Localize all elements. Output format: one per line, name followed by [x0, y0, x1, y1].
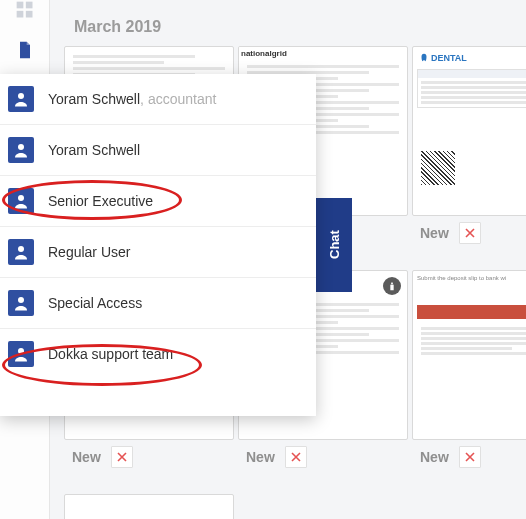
card-footer: New	[412, 446, 526, 468]
card-footer: New	[238, 446, 408, 468]
card-footer: New	[64, 446, 234, 468]
document-icon[interactable]	[15, 40, 35, 60]
avatar-icon	[8, 341, 34, 367]
avatar-icon	[8, 239, 34, 265]
document-card[interactable]: DENTAL INV New	[412, 46, 526, 244]
svg-rect-3	[25, 11, 32, 18]
user-list-item[interactable]: Senior Executive	[0, 176, 316, 227]
avatar-icon	[8, 86, 34, 112]
delete-button[interactable]	[111, 446, 133, 468]
user-name: Yoram Schwell, accountant	[48, 91, 216, 107]
status-label: New	[420, 449, 449, 465]
avatar-icon	[8, 290, 34, 316]
user-name: Regular User	[48, 244, 130, 260]
user-list-item[interactable]: Regular User	[0, 227, 316, 278]
svg-rect-0	[16, 2, 23, 9]
user-name: Dokka support team	[48, 346, 173, 362]
month-heading: March 2019	[74, 18, 512, 36]
avatar-icon	[8, 137, 34, 163]
document-thumbnail	[64, 494, 234, 519]
user-list-item[interactable]: Yoram Schwell, accountant	[0, 74, 316, 125]
svg-point-6	[18, 195, 24, 201]
status-label: New	[246, 449, 275, 465]
user-name: Yoram Schwell	[48, 142, 140, 158]
card-footer: New	[412, 222, 526, 244]
user-picker-popup: Yoram Schwell, accountant Yoram Schwell …	[0, 74, 316, 416]
user-list-item[interactable]: Dokka support team	[0, 329, 316, 379]
status-label: New	[420, 225, 449, 241]
svg-point-4	[18, 93, 24, 99]
user-name: Senior Executive	[48, 193, 153, 209]
chat-tab[interactable]: Chat	[316, 198, 352, 292]
brand-label: DENTAL	[419, 53, 467, 63]
svg-point-7	[18, 246, 24, 252]
delete-button[interactable]	[459, 222, 481, 244]
svg-point-8	[18, 297, 24, 303]
delete-button[interactable]	[285, 446, 307, 468]
document-thumbnail: DENTAL INV	[412, 46, 526, 216]
brand-label: nationalgrid	[239, 47, 289, 60]
user-name: Special Access	[48, 295, 142, 311]
document-thumbnail: Submit the deposit slip to bank wi	[412, 270, 526, 440]
dashboard-icon[interactable]	[15, 0, 35, 20]
svg-point-5	[18, 144, 24, 150]
svg-rect-2	[16, 11, 23, 18]
svg-rect-1	[25, 2, 32, 9]
status-label: New	[72, 449, 101, 465]
document-card[interactable]: Submit the deposit slip to bank wi New	[412, 270, 526, 468]
user-list-item[interactable]: Special Access	[0, 278, 316, 329]
avatar-icon	[8, 188, 34, 214]
user-list-item[interactable]: Yoram Schwell	[0, 125, 316, 176]
document-card[interactable]	[64, 494, 234, 519]
delete-button[interactable]	[459, 446, 481, 468]
svg-point-9	[18, 348, 24, 354]
